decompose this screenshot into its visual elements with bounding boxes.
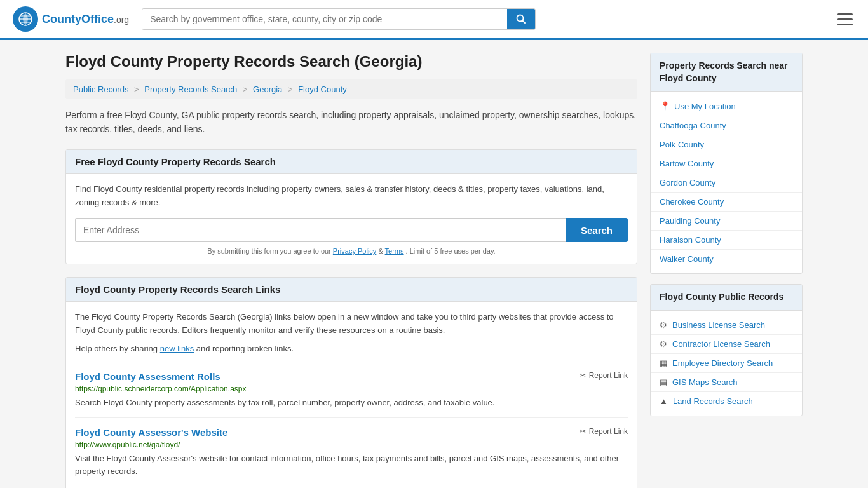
links-section-desc: The Floyd County Property Records Search… [75, 311, 628, 337]
svg-line-2 [523, 21, 526, 24]
link-item-assessor-website: Floyd County Assessor's Website ✂ Report… [75, 418, 628, 486]
privacy-policy-link[interactable]: Privacy Policy [333, 247, 376, 255]
new-links-link[interactable]: new links [160, 344, 194, 353]
global-search-bar[interactable] [142, 8, 536, 30]
assessment-rolls-link[interactable]: Floyd County Assessment Rolls [75, 371, 220, 382]
employee-directory-icon: ▦ [660, 358, 667, 368]
address-search-input[interactable] [75, 218, 566, 242]
sidebar-link-bartow[interactable]: Bartow County [651, 154, 802, 173]
nearby-counties-box: Property Records Search near Floyd Count… [650, 53, 803, 274]
use-my-location-link[interactable]: 📍 Use My Location [651, 97, 802, 116]
main-content: Floyd County Property Records Search (Ge… [65, 53, 637, 488]
nearby-counties-body: 📍 Use My Location Chattooga County Polk … [651, 92, 802, 273]
page-layout: Floyd County Property Records Search (Ge… [53, 40, 815, 488]
sidebar-link-cherokee[interactable]: Cherokee County [651, 193, 802, 212]
breadcrumb-floyd-county[interactable]: Floyd County [298, 85, 347, 94]
public-records-body: ⚙ Business License Search ⚙ Contractor L… [651, 311, 802, 416]
assessor-website-url: http://www.qpublic.net/ga/floyd/ [75, 440, 628, 449]
form-disclaimer: By submitting this form you agree to our… [75, 247, 628, 255]
assessor-website-link[interactable]: Floyd County Assessor's Website [75, 427, 227, 438]
contractor-license-icon: ⚙ [660, 339, 667, 349]
report-link-btn-0[interactable]: ✂ Report Link [580, 371, 628, 380]
gis-maps-icon: ▤ [660, 377, 667, 387]
assessment-rolls-desc: Search Floyd County property assessments… [75, 396, 628, 409]
site-logo[interactable]: CountyOffice.org [13, 6, 129, 32]
breadcrumb-property-records-search[interactable]: Property Records Search [144, 85, 237, 94]
sidebar-link-polk[interactable]: Polk County [651, 135, 802, 154]
logo-icon [13, 6, 38, 32]
assessor-website-desc: Visit the Floyd County Assessor's websit… [75, 452, 628, 477]
assessment-rolls-url: https://qpublic.schneidercorp.com/Applic… [75, 384, 628, 393]
nearby-counties-header: Property Records Search near Floyd Count… [651, 53, 802, 92]
link-item-assessment-rolls: Floyd County Assessment Rolls ✂ Report L… [75, 362, 628, 419]
breadcrumb-georgia[interactable]: Georgia [253, 85, 282, 94]
sidebar-land-records-link[interactable]: ▲ Land Records Search [651, 392, 802, 410]
public-records-box: Floyd County Public Records ⚙ Business L… [650, 284, 803, 416]
global-search-button[interactable] [507, 9, 535, 29]
breadcrumb: Public Records > Property Records Search… [65, 79, 637, 99]
logo-text: CountyOffice.org [42, 13, 129, 26]
location-pin-icon: 📍 [660, 101, 670, 111]
free-search-card: Free Floyd County Property Records Searc… [65, 149, 637, 265]
breadcrumb-public-records[interactable]: Public Records [73, 85, 128, 94]
land-records-icon: ▲ [660, 396, 668, 406]
sidebar-contractor-license-link[interactable]: ⚙ Contractor License Search [651, 335, 802, 354]
share-links-line: Help others by sharing new links and rep… [75, 344, 628, 353]
public-records-header: Floyd County Public Records [651, 285, 802, 311]
address-search-button[interactable]: Search [566, 218, 628, 242]
sidebar-link-walker[interactable]: Walker County [651, 250, 802, 268]
free-search-desc: Find Floyd County residential property r… [75, 183, 628, 210]
sidebar-business-license-link[interactable]: ⚙ Business License Search [651, 316, 802, 335]
sidebar-link-chattooga[interactable]: Chattooga County [651, 116, 802, 135]
business-license-icon: ⚙ [660, 320, 667, 330]
terms-link[interactable]: Terms [385, 247, 404, 255]
intro-text: Perform a free Floyd County, GA public p… [65, 108, 637, 137]
site-header: CountyOffice.org [0, 0, 868, 40]
global-search-input[interactable] [142, 9, 507, 29]
hamburger-menu-button[interactable] [835, 11, 855, 28]
sidebar-link-gordon[interactable]: Gordon County [651, 173, 802, 193]
page-title: Floyd County Property Records Search (Ge… [65, 53, 637, 71]
free-search-header: Free Floyd County Property Records Searc… [66, 150, 637, 174]
sidebar-gis-maps-link[interactable]: ▤ GIS Maps Search [651, 373, 802, 392]
sidebar: Property Records Search near Floyd Count… [650, 53, 803, 488]
address-search-form: Search [75, 218, 628, 242]
report-link-btn-1[interactable]: ✂ Report Link [580, 427, 628, 436]
links-section-card: Floyd County Property Records Search Lin… [65, 277, 637, 488]
links-section-header: Floyd County Property Records Search Lin… [66, 278, 637, 302]
sidebar-link-paulding[interactable]: Paulding County [651, 212, 802, 231]
sidebar-link-haralson[interactable]: Haralson County [651, 231, 802, 250]
sidebar-employee-directory-link[interactable]: ▦ Employee Directory Search [651, 354, 802, 373]
